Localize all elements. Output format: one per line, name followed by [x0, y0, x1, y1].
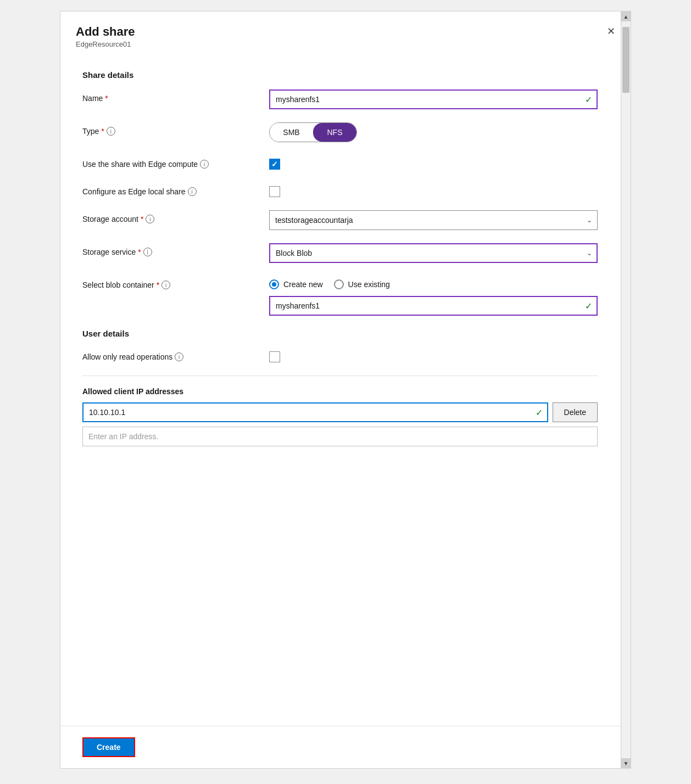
name-check-icon: ✓	[585, 94, 592, 105]
ip-row-2	[82, 427, 598, 446]
type-control: SMB NFS	[269, 122, 598, 142]
scrollbar-track	[621, 21, 631, 758]
storage-account-label: Storage account * i	[82, 210, 269, 223]
smb-toggle-button[interactable]: SMB	[270, 123, 313, 142]
storage-account-required: *	[141, 215, 143, 223]
share-details-section-title: Share details	[82, 70, 598, 80]
allow-read-checkbox[interactable]	[269, 351, 280, 362]
create-new-radio-option[interactable]: Create new	[269, 279, 323, 289]
panel-subtitle: EdgeResource01	[76, 40, 615, 48]
name-input[interactable]	[269, 89, 598, 109]
allow-read-info-icon[interactable]: i	[175, 352, 183, 361]
panel-header: Add share EdgeResource01 ✕	[60, 12, 631, 55]
allow-read-control	[269, 348, 598, 362]
edge-compute-label: Use the share with Edge compute i	[82, 155, 269, 169]
panel-content: Share details Name * ✓ Type * i	[60, 55, 631, 726]
scroll-down-button[interactable]: ▼	[621, 758, 631, 768]
storage-account-row: Storage account * i teststorageaccountar…	[82, 210, 598, 230]
container-name-input[interactable]	[269, 296, 598, 316]
configure-local-label: Configure as Edge local share i	[82, 183, 269, 196]
storage-service-control: Block Blob ⌄	[269, 243, 598, 263]
name-label: Name *	[82, 89, 269, 103]
configure-local-info-icon[interactable]: i	[188, 187, 197, 196]
storage-service-select-wrapper: Block Blob ⌄	[269, 243, 598, 263]
blob-container-radio-group: Create new Use existing	[269, 276, 598, 289]
edge-compute-info-icon[interactable]: i	[200, 160, 209, 169]
type-info-icon[interactable]: i	[107, 127, 115, 136]
name-input-wrapper: ✓	[269, 89, 598, 109]
create-new-radio-label: Create new	[283, 280, 323, 289]
edge-compute-checkbox-wrapper: ✓	[269, 155, 598, 170]
use-existing-radio-label: Use existing	[348, 280, 390, 289]
ip-input-wrapper-2	[82, 427, 598, 446]
storage-account-select-wrapper: teststorageaccountarja ⌄	[269, 210, 598, 230]
storage-account-control: teststorageaccountarja ⌄	[269, 210, 598, 230]
nfs-toggle-button[interactable]: NFS	[313, 123, 356, 142]
ip-check-icon: ✓	[536, 407, 543, 418]
use-existing-radio-option[interactable]: Use existing	[334, 279, 390, 289]
blob-container-inner: Create new Use existing ✓	[269, 276, 598, 316]
container-name-input-wrapper: ✓	[269, 296, 598, 316]
allow-read-checkbox-wrapper	[269, 348, 598, 362]
ip-input-wrapper-1: ✓	[82, 402, 548, 422]
use-existing-radio-outer[interactable]	[334, 279, 344, 289]
blob-container-label: Select blob container * i	[82, 276, 269, 289]
allowed-ips-title: Allowed client IP addresses	[82, 387, 598, 396]
blob-container-info-icon[interactable]: i	[161, 281, 170, 289]
configure-local-checkbox-wrapper	[269, 183, 598, 197]
blob-container-row: Select blob container * i Create new	[82, 276, 598, 316]
blob-container-required: *	[157, 281, 159, 289]
type-required: *	[101, 127, 104, 136]
edge-compute-control: ✓	[269, 155, 598, 170]
blob-container-control: Create new Use existing ✓	[269, 276, 598, 316]
storage-account-info-icon[interactable]: i	[146, 215, 154, 223]
create-new-radio-inner	[272, 282, 276, 287]
type-toggle-group: SMB NFS	[269, 122, 357, 142]
delete-button[interactable]: Delete	[553, 402, 598, 422]
name-required: *	[105, 94, 108, 103]
storage-service-required: *	[138, 248, 141, 256]
name-control: ✓	[269, 89, 598, 109]
edge-compute-checkbox[interactable]: ✓	[269, 159, 280, 170]
storage-service-select[interactable]: Block Blob	[269, 243, 598, 263]
configure-local-checkbox[interactable]	[269, 186, 280, 197]
divider	[82, 376, 598, 376]
ip-input-2[interactable]	[82, 427, 598, 446]
panel-title: Add share	[76, 25, 615, 39]
create-button[interactable]: Create	[82, 737, 135, 757]
allow-read-label: Allow only read operations i	[82, 348, 269, 361]
create-new-radio-outer[interactable]	[269, 279, 279, 289]
user-details-section-title: User details	[82, 329, 598, 338]
configure-local-row: Configure as Edge local share i	[82, 183, 598, 197]
name-row: Name * ✓	[82, 89, 598, 109]
storage-service-label: Storage service * i	[82, 243, 269, 256]
edge-compute-checkmark: ✓	[271, 160, 278, 169]
storage-service-row: Storage service * i Block Blob ⌄	[82, 243, 598, 263]
type-label: Type * i	[82, 122, 269, 136]
storage-service-info-icon[interactable]: i	[143, 248, 152, 256]
allow-read-row: Allow only read operations i	[82, 348, 598, 362]
configure-local-control	[269, 183, 598, 197]
close-button[interactable]: ✕	[602, 23, 620, 40]
panel-footer: Create	[60, 726, 631, 768]
type-row: Type * i SMB NFS	[82, 122, 598, 142]
scrollbar[interactable]: ▲ ▼	[621, 12, 631, 768]
storage-account-select[interactable]: teststorageaccountarja	[269, 210, 598, 230]
ip-row-1: ✓ Delete	[82, 402, 598, 422]
edge-compute-row: Use the share with Edge compute i ✓	[82, 155, 598, 170]
add-share-panel: ▲ ▼ Add share EdgeResource01 ✕ Share det…	[60, 11, 631, 769]
container-name-check-icon: ✓	[585, 301, 592, 311]
ip-input-1[interactable]	[82, 402, 548, 422]
